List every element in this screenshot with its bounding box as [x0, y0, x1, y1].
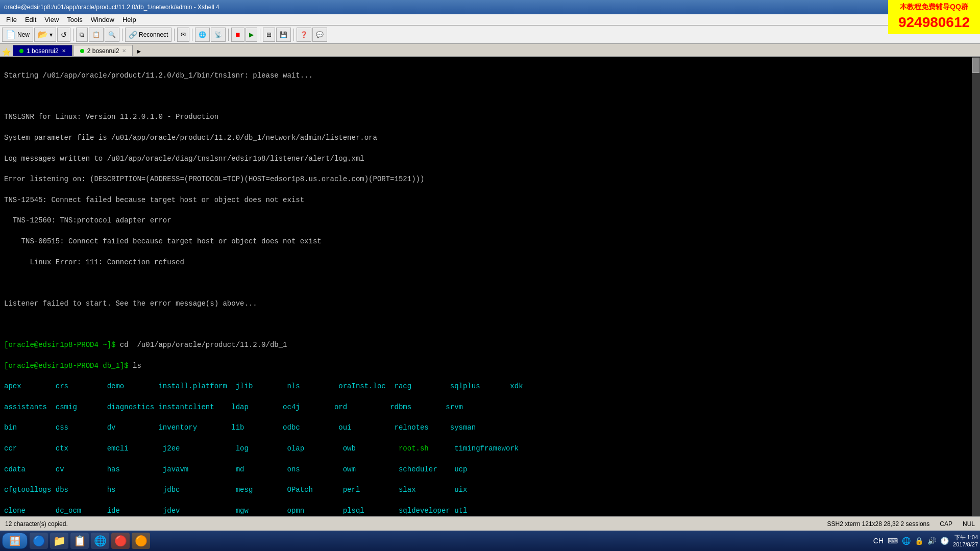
scrollbar[interactable] [972, 57, 980, 516]
term-line-blank-3 [4, 319, 976, 329]
status-message: 12 character(s) copied. [5, 520, 68, 528]
toolbar-sep-6 [260, 29, 260, 41]
term-line-5: Error listening on: (DESCRIPTION=(ADDRES… [4, 174, 976, 184]
open-icon: 📂 [38, 30, 48, 39]
term-line-19: clone dc_ocm ide jdev mgw opmn plsql sql… [4, 506, 976, 516]
new-button[interactable]: 📄 New [2, 28, 33, 42]
keyboard-icon[interactable]: ⌨ [888, 537, 898, 545]
term-cols-18: cfgtoollogs dbs hs jdbc mesg OPatch perl… [4, 486, 467, 494]
menu-help[interactable]: Help [118, 15, 140, 24]
grid-icon: ⊞ [266, 31, 272, 38]
reconnect-label: Reconnect [139, 31, 168, 38]
clock-icon: 🕐 [940, 537, 949, 545]
taskbar-app-files[interactable]: 📁 [50, 533, 68, 549]
term-line-13: apex crs demo install.platform jlib nls … [4, 381, 976, 391]
reconnect-icon: 🔗 [129, 31, 137, 39]
new-label: New [17, 31, 30, 38]
tab-session-2[interactable]: 2 bosenrui2 ✕ [74, 45, 133, 56]
stop-button[interactable]: ⏹ [231, 28, 244, 42]
menu-tools[interactable]: Tools [63, 15, 86, 24]
term-cols-13: apex crs demo install.platform jlib nls … [4, 382, 523, 390]
term-line-8: TNS-00515: Connect failed because target… [4, 236, 976, 246]
menu-file[interactable]: File [2, 15, 21, 24]
language-icon[interactable]: CH [873, 537, 884, 545]
status-connection: SSH2 xterm 121x28 28,32 2 sessions [827, 520, 930, 528]
taskbar-app-terminal2[interactable]: 🟠 [132, 533, 150, 549]
network-icon: 📡 [214, 31, 222, 38]
globe-button[interactable]: 🌐 [195, 28, 210, 42]
chat-button[interactable]: 💬 [312, 28, 327, 42]
term-line-10: Listener failed to start. See the error … [4, 298, 976, 309]
globe-icon: 🌐 [199, 31, 206, 38]
tab-status-indicator-1 [19, 49, 23, 53]
tab-close-1[interactable]: ✕ [62, 48, 66, 54]
taskbar-app-browser[interactable]: 🔵 [30, 533, 48, 549]
qq-number: 924980612 [890, 12, 978, 32]
toolbar-sep-3 [174, 29, 175, 41]
term-cols-16a: ccr ctx emcli j2ee log olap owb [4, 444, 399, 453]
grid-button[interactable]: ⊞ [263, 28, 275, 42]
term-line-2: TNSLSNR for Linux: Version 11.2.0.1.0 - … [4, 112, 976, 122]
menu-window[interactable]: Window [87, 15, 118, 24]
term-line-4: Log messages written to /u01/app/oracle/… [4, 154, 976, 164]
terminal-output[interactable]: Starting /u01/app/oracle/product/11.2.0/… [0, 57, 980, 516]
menu-view[interactable]: View [40, 15, 63, 24]
tab-session-1[interactable]: 1 bosenrui2 ✕ [13, 45, 72, 56]
tab-label-1: 1 bosenrui2 [27, 47, 59, 55]
term-cols-14: assistants csmig diagnostics instantclie… [4, 403, 463, 411]
menu-edit[interactable]: Edit [21, 15, 40, 24]
term-line-7: TNS-12560: TNS:protocol adapter error [4, 215, 976, 226]
term-line-6: TNS-12545: Connect failed because target… [4, 195, 976, 205]
toolbar-sep-7 [293, 29, 294, 41]
search-button[interactable]: 🔍 [105, 28, 119, 42]
status-bar: 12 character(s) copied. SSH2 xterm 121x2… [0, 516, 980, 531]
copy-icon: ⧉ [80, 31, 84, 38]
paste-icon: 📋 [92, 31, 100, 38]
security-icon[interactable]: 🔒 [915, 537, 923, 545]
term-cols-15: bin css dv inventory lib odbc oui relnot… [4, 423, 476, 432]
add-tab-button[interactable]: ▸ [134, 46, 144, 56]
refresh-icon: ↺ [61, 31, 67, 39]
term-line-blank-1 [4, 91, 976, 102]
term-line-15: bin css dv inventory lib odbc oui relnot… [4, 422, 976, 433]
term-line-16: ccr ctx emcli j2ee log olap owb root.sh … [4, 443, 976, 454]
term-cols-17: cdata cv has javavm md ons owm scheduler… [4, 465, 467, 473]
taskbar-app-terminal1[interactable]: 🔴 [111, 533, 130, 549]
run-icon: ▶ [249, 31, 254, 38]
search-icon: 🔍 [108, 31, 116, 38]
status-num: NUL [963, 520, 975, 528]
copy-button[interactable]: ⧉ [76, 28, 88, 42]
run-button[interactable]: ▶ [246, 28, 257, 42]
paste-button[interactable]: 📋 [89, 28, 104, 42]
taskbar-app-notepad[interactable]: 📋 [70, 533, 89, 549]
toolbar: 📄 New 📂▾ ↺ ⧉ 📋 🔍 🔗 Reconnect ✉ 🌐 📡 ⏹ ▶ ⊞… [0, 26, 980, 44]
tab-close-2[interactable]: ✕ [122, 48, 126, 54]
term-line-11: [oracle@edsir1p8-PROD4 ~]$ cd /u01/app/o… [4, 340, 976, 350]
term-line-12: [oracle@edsir1p8-PROD4 db_1]$ ls [4, 361, 976, 371]
term-line-1: Starting /u01/app/oracle/product/11.2.0/… [4, 70, 976, 81]
network-button[interactable]: 📡 [211, 28, 226, 42]
term-line-14: assistants csmig diagnostics instantclie… [4, 402, 976, 412]
toolbar-sep-5 [228, 29, 229, 41]
taskbar-time-display: 下午 1:04 [953, 534, 978, 541]
open-button[interactable]: 📂▾ [34, 28, 56, 42]
qq-promo-box: 本教程免费辅导QQ群 924980612 [888, 0, 980, 34]
compose-button[interactable]: ✉ [177, 28, 189, 42]
term-line-9: Linux Error: 111: Connection refused [4, 257, 976, 267]
audio-icon[interactable]: 🔊 [927, 537, 936, 545]
save-button[interactable]: 💾 [276, 28, 291, 42]
scroll-thumb[interactable] [972, 58, 979, 73]
term-prompt-11: [oracle@edsir1p8-PROD4 ~]$ [4, 341, 115, 349]
start-button[interactable]: 🪟 [2, 533, 28, 549]
taskbar-app-ie[interactable]: 🌐 [91, 533, 109, 549]
reconnect-button[interactable]: 🔗 Reconnect [125, 28, 172, 42]
network-status-icon[interactable]: 🌐 [902, 537, 911, 545]
tab-label-2: 2 bosenrui2 [87, 47, 119, 55]
term-cols-16b: timingframework [429, 444, 519, 453]
toolbar-sep-2 [122, 29, 122, 41]
status-info: SSH2 xterm 121x28 28,32 2 sessions CAP N… [827, 520, 975, 528]
tab-home-icon[interactable]: ⭐ [2, 48, 11, 56]
help-button[interactable]: ❓ [297, 28, 311, 42]
term-line-blank-2 [4, 278, 976, 288]
refresh-button[interactable]: ↺ [57, 28, 70, 42]
